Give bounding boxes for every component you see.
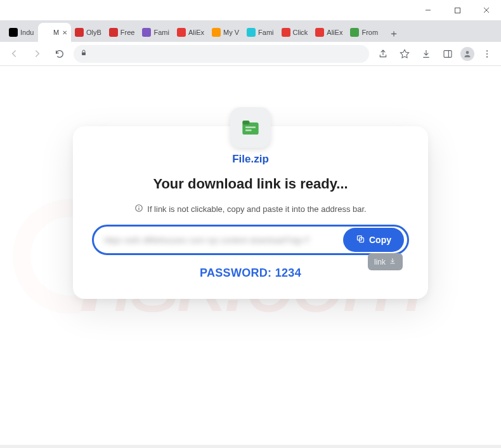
svg-rect-0 <box>455 8 460 13</box>
browser-tab[interactable]: Click <box>278 23 312 42</box>
new-tab-button[interactable]: ＋ <box>386 25 402 42</box>
tooltip-label: link <box>374 258 386 267</box>
browser-tab[interactable]: From <box>346 23 382 42</box>
favicon <box>350 28 359 37</box>
tab-label: Indu <box>20 29 34 36</box>
svg-point-5 <box>486 53 488 54</box>
link-value[interactable]: https vwfx dlfilehouses com rqs content … <box>94 235 340 245</box>
tab-label: My V <box>223 29 239 36</box>
lock-icon <box>80 49 88 58</box>
window-titlebar <box>0 0 501 20</box>
sidepanel-button[interactable] <box>439 45 457 63</box>
download-card: File.zip Your download link is ready... … <box>73 126 428 299</box>
svg-rect-1 <box>82 53 86 56</box>
hint-text: If link is not clickable, copy and paste… <box>147 204 366 214</box>
browser-tab[interactable]: AliEx <box>173 23 208 42</box>
tab-label: M <box>53 29 59 36</box>
toolbar-actions <box>374 45 496 63</box>
kebab-menu-button[interactable] <box>478 45 496 63</box>
svg-point-4 <box>486 50 488 51</box>
tab-label: AliEx <box>188 29 204 36</box>
reload-button[interactable] <box>51 45 68 63</box>
copy-button[interactable]: Copy <box>343 228 404 252</box>
window-maximize-button[interactable] <box>443 0 472 20</box>
bookmark-button[interactable] <box>396 45 413 63</box>
file-name: File.zip <box>92 153 409 166</box>
tab-label: Free <box>120 29 135 36</box>
hint-row: If link is not clickable, copy and paste… <box>92 204 409 214</box>
svg-rect-11 <box>245 126 256 128</box>
browser-tab[interactable]: My V <box>208 23 243 42</box>
svg-point-3 <box>466 51 469 54</box>
link-row: https vwfx dlfilehouses com rqs content … <box>92 225 409 255</box>
tab-label: AliEx <box>327 29 342 36</box>
window-minimize-button[interactable] <box>413 0 443 20</box>
tab-label: OlyB <box>86 29 101 36</box>
svg-rect-12 <box>245 129 252 131</box>
svg-rect-2 <box>444 50 452 57</box>
tab-label: Click <box>293 29 308 36</box>
footer-edge <box>0 445 501 448</box>
favicon <box>9 28 18 37</box>
page-viewport: risk.com File.zip Your download link is … <box>0 66 501 448</box>
back-button[interactable] <box>5 45 23 63</box>
favicon <box>42 28 51 37</box>
copy-icon <box>356 234 365 246</box>
browser-tabstrip: InduM✕OlyBFreeFamiAliExMy VFamiClickAliE… <box>0 20 501 42</box>
browser-tab[interactable]: Free <box>105 23 139 42</box>
omnibox[interactable] <box>74 45 369 63</box>
tab-label: Fami <box>153 29 169 36</box>
favicon <box>109 28 118 37</box>
download-headline: Your download link is ready... <box>92 176 409 192</box>
window-close-button[interactable] <box>472 0 501 20</box>
browser-tab[interactable]: OlyB <box>71 23 105 42</box>
favicon <box>177 28 186 37</box>
forward-button[interactable] <box>28 45 46 63</box>
browser-toolbar <box>0 42 501 66</box>
tab-label: From <box>361 29 378 36</box>
svg-point-14 <box>139 206 140 207</box>
file-icon <box>230 107 271 148</box>
favicon <box>142 28 151 37</box>
browser-tab[interactable]: M✕ <box>38 23 71 42</box>
share-button[interactable] <box>374 45 392 63</box>
profile-avatar-button[interactable] <box>460 47 474 61</box>
download-arrow-icon <box>389 257 396 267</box>
password-label: PASSWORD: 1234 <box>92 267 409 280</box>
svg-rect-15 <box>139 208 140 210</box>
browser-tab[interactable]: Indu <box>5 23 38 42</box>
link-tooltip: link <box>368 253 403 270</box>
browser-tab[interactable]: Fami <box>138 23 172 42</box>
svg-point-6 <box>486 56 488 57</box>
copy-button-label: Copy <box>369 235 391 245</box>
svg-rect-10 <box>242 121 249 124</box>
browser-tab[interactable]: Fami <box>243 23 277 42</box>
favicon <box>315 28 324 37</box>
favicon <box>212 28 221 37</box>
favicon <box>75 28 84 37</box>
browser-tab[interactable]: AliEx <box>311 23 346 42</box>
favicon <box>247 28 256 37</box>
info-icon <box>134 204 143 214</box>
downloads-button[interactable] <box>417 45 435 63</box>
tab-close-button[interactable]: ✕ <box>62 29 67 36</box>
favicon <box>282 28 290 37</box>
tab-label: Fami <box>258 29 273 36</box>
